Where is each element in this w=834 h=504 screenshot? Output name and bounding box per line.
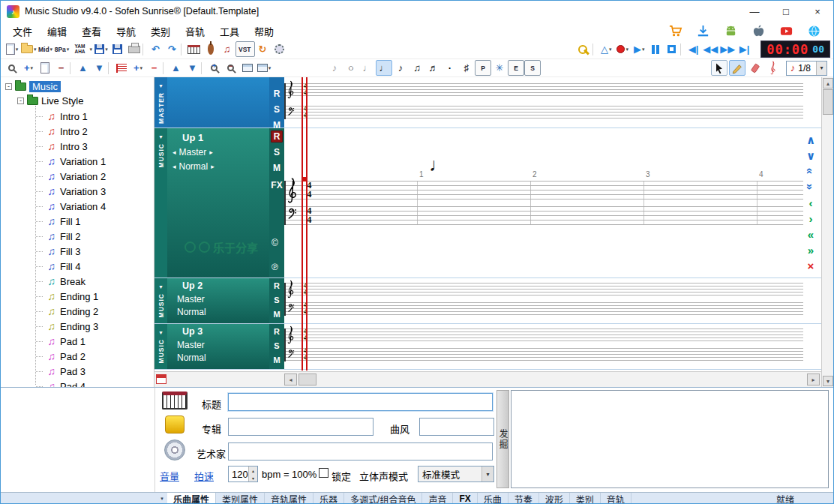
tree-item-pad-3[interactable]: ♫ Pad 3 xyxy=(1,364,154,379)
track-down-icon[interactable]: ▼ xyxy=(184,60,201,76)
tree-item-fill-4[interactable]: ♫ Fill 4 xyxy=(1,259,154,274)
tree-item-ending-1[interactable]: ♫ Ending 1 xyxy=(1,289,154,304)
tree-item-variation-4[interactable]: ♫ Variation 4 xyxy=(1,199,154,214)
sixteenth-note-icon[interactable]: ♫ xyxy=(409,60,425,76)
toolbar-separator[interactable] xyxy=(108,62,113,74)
up1-title[interactable]: Up 1 xyxy=(182,132,203,143)
import-midi-button[interactable]: Mid ▾ xyxy=(38,41,54,57)
bottom-tab[interactable]: 乐器 xyxy=(314,493,344,504)
reload-icon[interactable]: ↻ xyxy=(255,41,272,57)
apple-icon[interactable] xyxy=(752,24,766,38)
arrow-right-icon[interactable]: ▸ xyxy=(209,148,213,156)
bottom-tab[interactable]: 音轨 xyxy=(601,493,632,504)
violin-icon[interactable] xyxy=(202,41,219,57)
tempo-up-icon[interactable] xyxy=(249,466,257,474)
tree-item-intro-2[interactable]: ♫ Intro 2 xyxy=(1,124,154,139)
track-solo-button[interactable]: S xyxy=(274,340,279,352)
ornament-icon[interactable]: ✳ xyxy=(491,60,508,76)
android-icon[interactable] xyxy=(724,24,738,38)
genre-input[interactable] xyxy=(419,418,494,436)
menu-item[interactable]: 帮助 xyxy=(247,22,281,40)
album-input[interactable] xyxy=(228,418,374,436)
tempo-stepper[interactable]: 120 xyxy=(228,466,258,482)
scroll-up-icon[interactable] xyxy=(823,78,833,88)
score-sheet-icon[interactable] xyxy=(113,60,130,76)
youtube-icon[interactable] xyxy=(779,24,794,38)
sharp-icon[interactable]: ♯ xyxy=(458,60,475,76)
tree-item-variation-1[interactable]: ♫ Variation 1 xyxy=(1,154,154,169)
nav-last-icon[interactable]: » xyxy=(803,242,818,257)
pencil-tool-icon[interactable] xyxy=(729,60,746,76)
settings-gear-icon[interactable] xyxy=(272,41,288,57)
fit-page-icon[interactable]: ▾ xyxy=(256,60,272,76)
toolbar-separator[interactable] xyxy=(163,62,168,74)
track-treble-staff[interactable]: 44 xyxy=(284,283,803,296)
lock-checkbox[interactable] xyxy=(319,468,328,478)
bottom-tab[interactable]: 节奏 xyxy=(508,493,539,504)
notes-box[interactable] xyxy=(511,390,829,488)
master-bass-staff[interactable]: 44 xyxy=(284,106,803,118)
zoom-select-icon[interactable] xyxy=(4,60,20,76)
import-style-button[interactable]: 8Pa ▾ xyxy=(54,41,70,57)
menu-item[interactable]: 编辑 xyxy=(40,22,74,40)
expander-icon[interactable] xyxy=(17,98,24,104)
track-normal-selector[interactable]: Normal xyxy=(177,352,206,363)
track-header[interactable]: Up 2 Master Normal xyxy=(167,278,269,323)
half-note-icon[interactable]: ♩ xyxy=(359,60,376,76)
playhead-marker[interactable] xyxy=(302,177,306,182)
nav-page-down-icon[interactable]: » xyxy=(803,179,818,194)
grace-note-icon[interactable]: ♪ xyxy=(326,60,343,76)
open-file-icon[interactable]: ▾ xyxy=(20,41,38,57)
bottom-tab[interactable]: 乐曲属性 xyxy=(167,493,216,504)
tree-item-break[interactable]: ♫ Break xyxy=(1,274,154,289)
track-strip[interactable]: MUSIC xyxy=(154,278,167,323)
bottom-tab[interactable]: 类别属性 xyxy=(216,493,265,504)
copy-category-icon[interactable] xyxy=(37,60,53,76)
tree-root-music[interactable]: Music xyxy=(5,81,154,92)
toolbar-separator[interactable] xyxy=(142,44,148,56)
tree-item-pad-4[interactable]: ♫ Pad 4 xyxy=(1,379,154,387)
close-button[interactable]: × xyxy=(802,1,833,22)
artist-input[interactable] xyxy=(228,442,493,460)
add-category-icon[interactable]: + ▾ xyxy=(20,60,37,76)
notes-icon[interactable]: ♫ xyxy=(219,41,236,57)
nav-next-icon[interactable]: › xyxy=(803,211,818,226)
track-view-corner-icon[interactable] xyxy=(156,374,166,384)
select-cursor-icon[interactable] xyxy=(711,60,728,76)
bottom-tab[interactable]: FX xyxy=(453,493,477,504)
record-button[interactable]: ▾ xyxy=(614,41,631,57)
tree-item-ending-2[interactable]: ♫ Ending 2 xyxy=(1,304,154,319)
master-solo-button[interactable]: S xyxy=(274,104,280,116)
tree-item-fill-3[interactable]: ♫ Fill 3 xyxy=(1,244,154,259)
arrow-left-icon[interactable]: ◂ xyxy=(172,163,176,170)
tempo-down-icon[interactable] xyxy=(249,474,257,482)
zoom-in-icon[interactable] xyxy=(206,60,223,76)
forward-button[interactable]: ▶▶ xyxy=(719,41,736,57)
eraser-tool-icon[interactable] xyxy=(747,60,764,76)
thirtysecond-note-icon[interactable]: ♬ xyxy=(425,60,442,76)
track-treble-staff[interactable]: 44 xyxy=(284,328,803,341)
remove-track-icon[interactable]: − xyxy=(146,60,163,76)
scroll-down-icon[interactable] xyxy=(823,376,833,386)
vst-plugins-button[interactable]: VST xyxy=(236,41,255,57)
nav-page-up-icon[interactable]: « xyxy=(803,164,818,178)
tuning-icon[interactable]: △ ▾ xyxy=(598,41,614,57)
tree-item-intro-3[interactable]: ♫ Intro 3 xyxy=(1,139,154,154)
tree-item-fill-2[interactable]: ♫ Fill 2 xyxy=(1,229,154,244)
toolbar-separator[interactable] xyxy=(680,44,686,56)
up1-record-button[interactable]: R xyxy=(271,130,283,142)
go-end-button[interactable]: ▶| xyxy=(736,41,753,57)
go-start-button[interactable]: ◀| xyxy=(686,41,702,57)
horizontal-scrollbar[interactable] xyxy=(154,371,821,387)
import-yamaha-button[interactable]: YAM AHA ▾ xyxy=(70,41,94,57)
toolbar-separator[interactable] xyxy=(70,62,75,74)
playhead-line[interactable] xyxy=(306,77,308,370)
stop-button[interactable] xyxy=(664,41,680,57)
stereo-mode-select[interactable]: 标准模式 xyxy=(418,466,494,482)
arrow-right-icon[interactable]: ▸ xyxy=(211,163,214,170)
move-up-icon[interactable]: ▲ xyxy=(75,60,92,76)
track-bass-staff[interactable]: 44 xyxy=(284,348,803,361)
remove-category-icon[interactable]: − xyxy=(53,60,70,76)
track-record-button[interactable]: R xyxy=(274,326,280,338)
note-duration-select[interactable]: ♪ 1/8 xyxy=(786,61,827,76)
